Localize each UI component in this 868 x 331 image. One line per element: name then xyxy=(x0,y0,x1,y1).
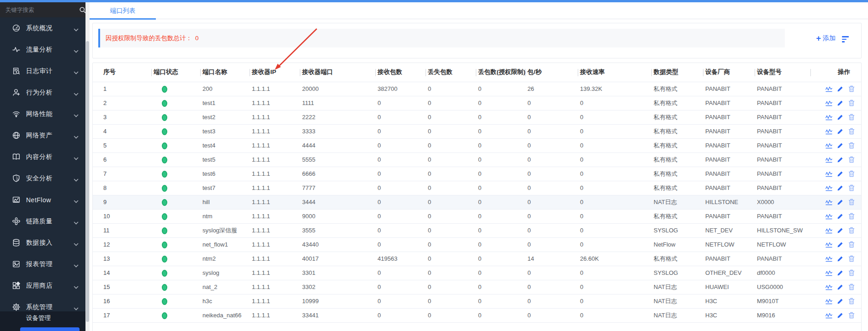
type-cell: NAT日志 xyxy=(651,308,703,322)
delete-action-icon[interactable] xyxy=(847,269,855,277)
edit-action-icon[interactable] xyxy=(836,170,844,178)
chart-action-icon[interactable] xyxy=(825,213,833,220)
delete-action-icon[interactable] xyxy=(847,227,855,234)
name-cell: test3 xyxy=(200,124,250,138)
lost-cell: 0 xyxy=(426,237,476,252)
delete-action-icon[interactable] xyxy=(847,100,855,107)
edit-action-icon[interactable] xyxy=(836,156,844,163)
edit-action-icon[interactable] xyxy=(836,85,844,93)
port-cell: 43440 xyxy=(300,237,375,252)
delete-action-icon[interactable] xyxy=(847,298,855,305)
sidebar-item-data-access[interactable]: 数据接入 xyxy=(0,232,85,253)
delete-action-icon[interactable] xyxy=(847,128,855,135)
edit-action-icon[interactable] xyxy=(836,100,844,107)
delete-action-icon[interactable] xyxy=(847,156,855,163)
sidebar-scrollbar-thumb[interactable] xyxy=(86,41,89,322)
edit-action-icon[interactable] xyxy=(836,298,844,305)
sort-filter-icon[interactable] xyxy=(842,36,849,42)
rate-cell: 139.32K xyxy=(578,82,651,96)
edit-action-icon[interactable] xyxy=(836,199,844,206)
chart-action-icon[interactable] xyxy=(825,142,833,149)
edit-action-icon[interactable] xyxy=(836,227,844,234)
tab-port-list-label: 端口列表 xyxy=(110,7,136,14)
sidebar-item-link-quality[interactable]: 链路质量 xyxy=(0,210,85,232)
chart-action-icon[interactable] xyxy=(825,255,833,263)
sidebar-subitem-selected[interactable] xyxy=(20,327,80,331)
lost-cell: 0 xyxy=(426,96,476,110)
edit-action-icon[interactable] xyxy=(836,241,844,248)
pps-cell: 0 xyxy=(525,266,578,280)
chart-action-icon[interactable] xyxy=(825,298,833,305)
sidebar-item-network-assets[interactable]: 网络资产 xyxy=(0,125,85,146)
chart-action-icon[interactable] xyxy=(825,100,833,107)
delete-action-icon[interactable] xyxy=(847,142,855,149)
delete-action-icon[interactable] xyxy=(847,213,855,220)
column-header: 端口状态 xyxy=(151,63,200,82)
vendor-cell: PANABIT xyxy=(703,152,755,167)
edit-action-icon[interactable] xyxy=(836,284,844,291)
delete-action-icon[interactable] xyxy=(847,284,855,291)
delete-action-icon[interactable] xyxy=(847,255,855,263)
vendor-cell: PANABIT xyxy=(703,110,755,124)
port-status-cell xyxy=(151,266,200,280)
edit-action-icon[interactable] xyxy=(836,255,844,263)
type-cell: 私有格式 xyxy=(651,110,703,124)
edit-action-icon[interactable] xyxy=(836,269,844,277)
chart-action-icon[interactable] xyxy=(825,269,833,277)
row-actions-cell xyxy=(810,209,861,223)
edit-action-icon[interactable] xyxy=(836,213,844,220)
chart-action-icon[interactable] xyxy=(825,284,833,291)
delete-action-icon[interactable] xyxy=(847,241,855,248)
status-online-dot xyxy=(162,157,167,163)
name-cell: h3c xyxy=(200,294,250,308)
delete-action-icon[interactable] xyxy=(847,199,855,206)
edit-action-icon[interactable] xyxy=(836,142,844,149)
lost-cell: 0 xyxy=(426,124,476,138)
chart-action-icon[interactable] xyxy=(825,199,833,206)
sidebar-item-report-management[interactable]: 报表管理 xyxy=(0,253,85,275)
sidebar-item-traffic-analysis[interactable]: 流量分析 xyxy=(0,39,85,60)
sidebar-item-content-analysis[interactable]: 内容分析 xyxy=(0,146,85,168)
pps-cell: 0 xyxy=(525,181,578,195)
search-input[interactable] xyxy=(5,7,79,13)
chart-action-icon[interactable] xyxy=(825,241,833,248)
sidebar-item-log-audit[interactable]: 日志审计 xyxy=(0,60,85,82)
row-actions-cell xyxy=(810,252,861,266)
sidebar-subitem-device-management[interactable]: 设备管理 xyxy=(0,311,85,325)
delete-action-icon[interactable] xyxy=(847,170,855,178)
lost-cell: 0 xyxy=(426,223,476,237)
ip-cell: 1.1.1.1 xyxy=(250,181,300,195)
delete-action-icon[interactable] xyxy=(847,85,855,93)
edit-action-icon[interactable] xyxy=(836,184,844,192)
sidebar-item-netflow[interactable]: NetFlow xyxy=(0,189,85,210)
chart-action-icon[interactable] xyxy=(825,184,833,192)
sidebar-item-network-performance[interactable]: 网络性能 xyxy=(0,103,85,125)
sidebar-item-app-store[interactable]: 应用商店 xyxy=(0,275,85,296)
chart-action-icon[interactable] xyxy=(825,170,833,178)
chart-action-icon[interactable] xyxy=(825,128,833,135)
edit-action-icon[interactable] xyxy=(836,114,844,121)
pps-cell: 0 xyxy=(525,124,578,138)
chart-action-icon[interactable] xyxy=(825,114,833,121)
type-cell: NAT日志 xyxy=(651,294,703,308)
received-cell: 0 xyxy=(375,209,426,223)
add-button[interactable]: + 添加 xyxy=(816,34,836,42)
no-cell: 10 xyxy=(93,209,151,223)
link-quality-icon xyxy=(12,217,20,225)
tab-port-list[interactable]: 端口列表 xyxy=(90,2,156,19)
sidebar-item-security-analysis[interactable]: 安全分析 xyxy=(0,168,85,189)
chart-action-icon[interactable] xyxy=(825,312,833,319)
edit-action-icon[interactable] xyxy=(836,312,844,319)
model-cell: PANABIT xyxy=(755,167,810,181)
chart-action-icon[interactable] xyxy=(825,156,833,163)
row-actions-cell xyxy=(810,138,861,152)
sidebar-item-behavior-analysis[interactable]: 行为分析 xyxy=(0,82,85,103)
chart-action-icon[interactable] xyxy=(825,227,833,234)
delete-action-icon[interactable] xyxy=(847,312,855,319)
edit-action-icon[interactable] xyxy=(836,128,844,135)
chart-action-icon[interactable] xyxy=(825,85,833,93)
delete-action-icon[interactable] xyxy=(847,114,855,121)
delete-action-icon[interactable] xyxy=(847,184,855,192)
sidebar-item-dashboard[interactable]: 系统概况 xyxy=(0,17,85,39)
pps-cell: 0 xyxy=(525,110,578,124)
